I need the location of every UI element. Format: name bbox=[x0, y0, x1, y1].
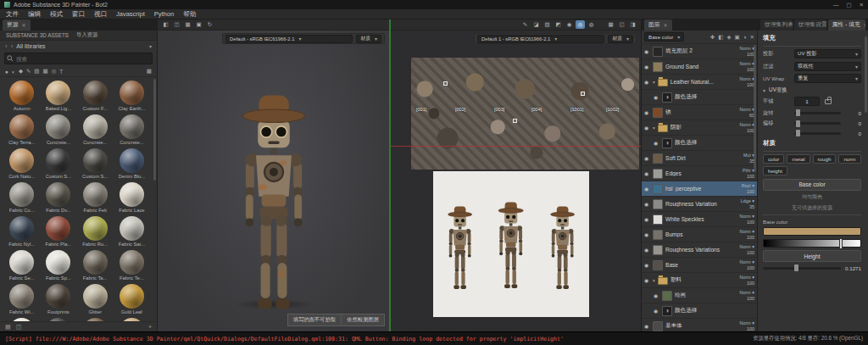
tiling-input[interactable]: 1 bbox=[794, 97, 820, 106]
layer-row[interactable]: ◉Ground SandNorm ▾100 bbox=[642, 59, 757, 75]
library-view-icon[interactable]: ◫ bbox=[16, 324, 22, 331]
channel-view-dropdown[interactable]: 材质 bbox=[356, 35, 381, 43]
base-color-channel-button[interactable]: Base color bbox=[763, 179, 861, 191]
material-item[interactable]: Gold Leaf bbox=[114, 284, 149, 314]
filter-all-icon[interactable]: ● bbox=[5, 69, 8, 75]
material-item[interactable]: Concrete... bbox=[41, 114, 75, 145]
menu-item-7[interactable]: 帮助 bbox=[183, 10, 196, 19]
material-item[interactable]: Concrete... bbox=[114, 114, 149, 145]
properties-scrollbar[interactable] bbox=[865, 36, 867, 113]
layer-row[interactable]: ◉▾Leather Natural...Norm ▾100 bbox=[642, 75, 757, 90]
viewport-notice-button[interactable]: 依然检测图层 bbox=[342, 314, 384, 326]
material-item[interactable]: Fabric Wi... bbox=[4, 284, 39, 314]
channel-height[interactable]: height bbox=[763, 166, 787, 175]
filter-brushes-icon[interactable]: ✎ bbox=[26, 68, 31, 75]
opacity-value[interactable]: 100 bbox=[747, 326, 754, 331]
uv-settings-icon[interactable]: ◨ bbox=[628, 20, 637, 29]
add-fill-layer-icon[interactable]: ◧ bbox=[718, 34, 723, 41]
visibility-toggle-icon[interactable]: ◉ bbox=[644, 216, 650, 222]
paint-tool-icon[interactable]: ✎ bbox=[520, 20, 530, 29]
offset-y-slider[interactable] bbox=[794, 132, 841, 135]
layer-row[interactable]: ◉基本体Norm ▾100 bbox=[642, 319, 757, 331]
layer-row[interactable]: ◉◑颜色选择 bbox=[642, 136, 757, 151]
layer-row[interactable]: ◉BumpsNorm ▾100 bbox=[642, 227, 757, 242]
material-item[interactable]: Custom S... bbox=[78, 148, 113, 179]
gradient-handle-icon[interactable] bbox=[839, 238, 843, 249]
display-mode-2d-dropdown[interactable]: Default 1 - sRGB IEC61966-2.1 bbox=[477, 35, 604, 43]
split-view-icon[interactable]: ◫ bbox=[172, 20, 181, 29]
tab-substance-3d-assets[interactable]: SUBSTANCE 3D ASSETS bbox=[6, 32, 69, 38]
grayscale-gradient[interactable] bbox=[763, 239, 861, 248]
menu-item-5[interactable]: Javascript bbox=[116, 10, 145, 18]
visibility-toggle-icon[interactable]: ◉ bbox=[654, 94, 659, 100]
viewport-2d[interactable]: ✎◪▧◩◉◎◍ ▦◱◨ Default 1 - sRGB IEC61966-2.… bbox=[389, 19, 641, 331]
tab-layers[interactable]: 图层 ✕ bbox=[644, 19, 672, 31]
clone-tool-icon[interactable]: ◎ bbox=[576, 20, 585, 29]
menu-item-4[interactable]: 视口 bbox=[94, 10, 107, 19]
material-item[interactable]: Fabric Se... bbox=[4, 250, 39, 281]
height-slider[interactable] bbox=[763, 267, 841, 270]
channel-color[interactable]: color bbox=[763, 154, 784, 164]
layer-row[interactable]: ◉EdgesPthr ▾100 bbox=[642, 166, 757, 181]
layer-row[interactable]: ◉◑颜色选择 bbox=[642, 90, 757, 105]
uv-transform-section[interactable]: UV变换 bbox=[763, 86, 861, 94]
maximize-button[interactable]: ▢ bbox=[846, 2, 851, 8]
add-folder-icon[interactable]: ▣ bbox=[734, 34, 739, 41]
expand-arrow-icon[interactable]: ▾ bbox=[653, 80, 655, 85]
tab-assets[interactable]: 资源 ✕ bbox=[3, 19, 31, 31]
layers-scrollbar[interactable] bbox=[754, 45, 756, 172]
delete-layer-icon[interactable]: ✕ bbox=[750, 34, 754, 41]
material-item[interactable]: Fabric Dv... bbox=[41, 182, 75, 213]
material-item[interactable]: Custom F... bbox=[78, 81, 113, 111]
add-mask-icon[interactable]: ◑ bbox=[743, 34, 747, 41]
layer-row[interactable]: ◉White SpecklesNorm ▾100 bbox=[642, 212, 757, 227]
material-item[interactable]: Fabric Pla... bbox=[41, 216, 75, 247]
visibility-toggle-icon[interactable]: ◉ bbox=[654, 140, 659, 146]
visibility-toggle-icon[interactable]: ◉ bbox=[644, 64, 650, 70]
view-3d-icon[interactable]: ▣ bbox=[194, 20, 203, 29]
tab-properties-2[interactable]: 属性 - 填充✕ bbox=[828, 19, 866, 31]
channel-view-2d-dropdown[interactable]: 材质 bbox=[608, 35, 633, 43]
layer-row[interactable]: ◉锈Norm ▾60 bbox=[642, 105, 757, 120]
expand-arrow-icon[interactable]: ▾ bbox=[653, 125, 655, 131]
smudge-tool-icon[interactable]: ◉ bbox=[565, 20, 574, 29]
filter-smart-materials-icon[interactable]: ◆ bbox=[19, 68, 23, 75]
material-item[interactable]: Custom S... bbox=[41, 148, 75, 179]
visibility-toggle-icon[interactable]: ◉ bbox=[644, 109, 650, 115]
visibility-toggle-icon[interactable]: ◉ bbox=[644, 262, 650, 268]
eraser-tool-icon[interactable]: ◪ bbox=[531, 20, 541, 29]
visibility-toggle-icon[interactable]: ◉ bbox=[644, 201, 650, 207]
material-item[interactable]: Baked Lig... bbox=[41, 81, 75, 111]
visibility-toggle-icon[interactable]: ◉ bbox=[644, 79, 650, 85]
uv-selection-handle[interactable] bbox=[513, 119, 517, 123]
add-resource-icon[interactable]: + bbox=[148, 324, 152, 330]
viewport-3d[interactable]: ◧◫▦▣↻ Default - sRGB IEC61966-2.1 材质 填写的… bbox=[158, 19, 389, 331]
material-item[interactable]: Clay Earth... bbox=[114, 81, 149, 111]
channel-norm[interactable]: norm bbox=[838, 154, 860, 164]
uv-selection-handle[interactable] bbox=[581, 92, 585, 96]
visibility-toggle-icon[interactable]: ◉ bbox=[644, 48, 650, 54]
lock-icon[interactable] bbox=[825, 99, 832, 104]
close-icon[interactable]: ✕ bbox=[664, 22, 668, 28]
opacity-value[interactable]: 100 bbox=[747, 296, 754, 301]
filter-materials-icon[interactable]: ◐ bbox=[12, 69, 15, 75]
visibility-toggle-icon[interactable]: ◉ bbox=[644, 155, 650, 161]
rotate-view-icon[interactable]: ↻ bbox=[205, 20, 214, 29]
opacity-value[interactable]: 100 bbox=[747, 189, 754, 194]
uv-frame-icon[interactable]: ◱ bbox=[617, 20, 626, 29]
visibility-toggle-icon[interactable]: ◉ bbox=[644, 247, 650, 253]
material-item[interactable]: Fabric Lace bbox=[114, 182, 149, 213]
layer-row[interactable]: ◉Soft DirtMul ▾35 bbox=[642, 151, 757, 166]
menu-item-2[interactable]: 模式 bbox=[50, 10, 63, 19]
material-item[interactable]: Fabric Sp... bbox=[41, 250, 75, 281]
menu-item-3[interactable]: 窗口 bbox=[72, 10, 85, 19]
view-2d-icon[interactable]: ▦ bbox=[183, 20, 192, 29]
material-item[interactable]: Fabric Ru... bbox=[78, 216, 113, 247]
viewport-3d-canvas[interactable] bbox=[158, 31, 389, 331]
minimize-button[interactable]: — bbox=[833, 2, 839, 8]
back-icon[interactable] bbox=[5, 42, 8, 50]
material-item[interactable]: Clay Terra... bbox=[4, 114, 39, 145]
material-item[interactable]: Fabric Sat... bbox=[114, 216, 149, 247]
layer-row[interactable]: ◉▾阴影Norm ▾100 bbox=[642, 120, 757, 136]
single-view-icon[interactable]: ◧ bbox=[161, 20, 170, 29]
